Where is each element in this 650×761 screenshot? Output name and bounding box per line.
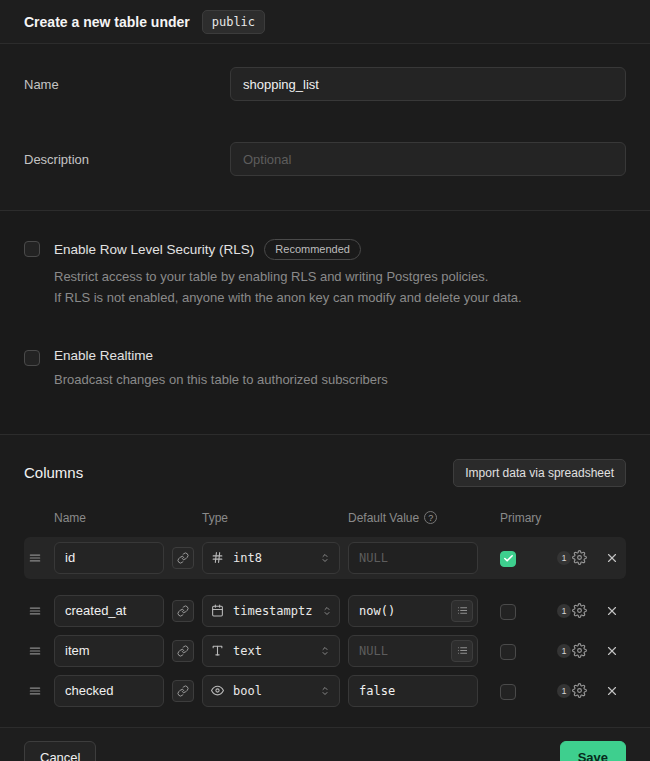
list-icon[interactable] (451, 640, 473, 662)
drag-handle-icon[interactable] (24, 644, 46, 658)
realtime-label: Enable Realtime (54, 348, 153, 363)
drag-handle-icon[interactable] (24, 551, 46, 565)
column-settings-button[interactable]: 1 (550, 683, 594, 698)
calendar-icon (211, 604, 224, 617)
create-table-panel: Create a new table under public Name Des… (0, 0, 650, 761)
realtime-toggle-group: Enable Realtime Broadcast changes on thi… (24, 348, 626, 390)
remove-column-button[interactable] (602, 684, 622, 698)
settings-count-badge: 1 (557, 551, 571, 565)
x-icon (605, 684, 619, 698)
column-name-input[interactable] (54, 542, 164, 574)
remove-column-button[interactable] (602, 604, 622, 618)
x-icon (605, 644, 619, 658)
toggles-section: Enable Row Level Security (RLS) Recommen… (0, 211, 650, 435)
columns-title: Columns (24, 464, 83, 481)
column-default-input (348, 542, 478, 574)
column-row-item: text 1 (24, 635, 626, 667)
primary-checkbox[interactable] (500, 684, 516, 700)
import-spreadsheet-button[interactable]: Import data via spreadsheet (453, 459, 626, 487)
column-type-select[interactable]: bool (202, 675, 340, 707)
table-name-input[interactable] (230, 67, 626, 101)
column-settings-button[interactable]: 1 (550, 643, 594, 658)
panel-title: Create a new table under (24, 14, 190, 30)
column-name-input[interactable] (54, 595, 164, 627)
settings-count-badge: 1 (557, 644, 571, 658)
name-label: Name (24, 77, 230, 92)
column-default-input[interactable] (348, 675, 478, 707)
table-meta-section: Name Description (0, 44, 650, 211)
rls-description: Restrict access to your table by enablin… (54, 267, 522, 307)
primary-checkbox[interactable] (500, 604, 516, 620)
column-type-select[interactable]: int8 (202, 542, 340, 574)
drag-handle-icon[interactable] (24, 684, 46, 698)
header-primary: Primary (486, 511, 542, 525)
gear-icon (572, 550, 587, 565)
realtime-checkbox[interactable] (24, 350, 40, 366)
column-settings-button[interactable]: 1 (550, 603, 594, 618)
rls-checkbox[interactable] (24, 241, 40, 257)
x-icon (605, 551, 619, 565)
save-button[interactable]: Save (560, 741, 626, 761)
name-field-row: Name (24, 67, 626, 101)
gear-icon (572, 643, 587, 658)
gear-icon (572, 683, 587, 698)
gear-icon (572, 603, 587, 618)
rls-label: Enable Row Level Security (RLS) (54, 242, 254, 257)
remove-column-button[interactable] (602, 551, 622, 565)
remove-column-button[interactable] (602, 644, 622, 658)
column-name-input[interactable] (54, 675, 164, 707)
column-type-select[interactable]: text (202, 635, 340, 667)
chevrons-up-down-icon (319, 645, 331, 657)
column-row-created-at: timestamptz 1 (24, 595, 626, 627)
realtime-content: Enable Realtime Broadcast changes on thi… (54, 348, 388, 390)
link-icon[interactable] (172, 600, 194, 622)
x-icon (605, 604, 619, 618)
chevrons-up-down-icon (321, 605, 333, 617)
column-name-input[interactable] (54, 635, 164, 667)
table-description-input[interactable] (230, 142, 626, 176)
link-icon[interactable] (172, 640, 194, 662)
drag-handle-icon[interactable] (24, 604, 46, 618)
settings-count-badge: 1 (557, 604, 571, 618)
primary-checkbox[interactable] (500, 644, 516, 660)
chevrons-up-down-icon (319, 552, 331, 564)
recommended-badge: Recommended (264, 239, 361, 260)
link-icon[interactable] (172, 547, 194, 569)
description-label: Description (24, 152, 230, 167)
columns-section: Columns Import data via spreadsheet Name… (0, 435, 650, 727)
check-icon (503, 553, 514, 564)
help-circle-icon[interactable]: ? (424, 511, 437, 524)
hash-icon (211, 551, 224, 564)
header-type: Type (202, 511, 340, 525)
header-name: Name (54, 511, 164, 525)
primary-checkbox[interactable] (500, 551, 516, 567)
header-default-value: Default Value (348, 511, 419, 525)
columns-table-header: Name Type Default Value ? Primary (24, 511, 626, 525)
description-field-row: Description (24, 142, 626, 176)
schema-badge: public (202, 10, 265, 34)
eye-icon (211, 684, 224, 697)
column-row-id: int8 1 (24, 537, 626, 579)
link-icon[interactable] (172, 680, 194, 702)
realtime-description: Broadcast changes on this table to autho… (54, 370, 388, 390)
cancel-button[interactable]: Cancel (24, 741, 96, 761)
chevrons-up-down-icon (319, 685, 331, 697)
column-row-checked: bool 1 (24, 675, 626, 707)
column-type-select[interactable]: timestamptz (202, 595, 340, 627)
settings-count-badge: 1 (557, 684, 571, 698)
text-type-icon (211, 644, 224, 657)
panel-header: Create a new table under public (0, 0, 650, 44)
list-icon[interactable] (451, 600, 473, 622)
rls-toggle-group: Enable Row Level Security (RLS) Recommen… (24, 239, 626, 308)
rls-content: Enable Row Level Security (RLS) Recommen… (54, 239, 522, 308)
column-settings-button[interactable]: 1 (550, 550, 594, 565)
panel-footer: Cancel Save (0, 727, 650, 761)
